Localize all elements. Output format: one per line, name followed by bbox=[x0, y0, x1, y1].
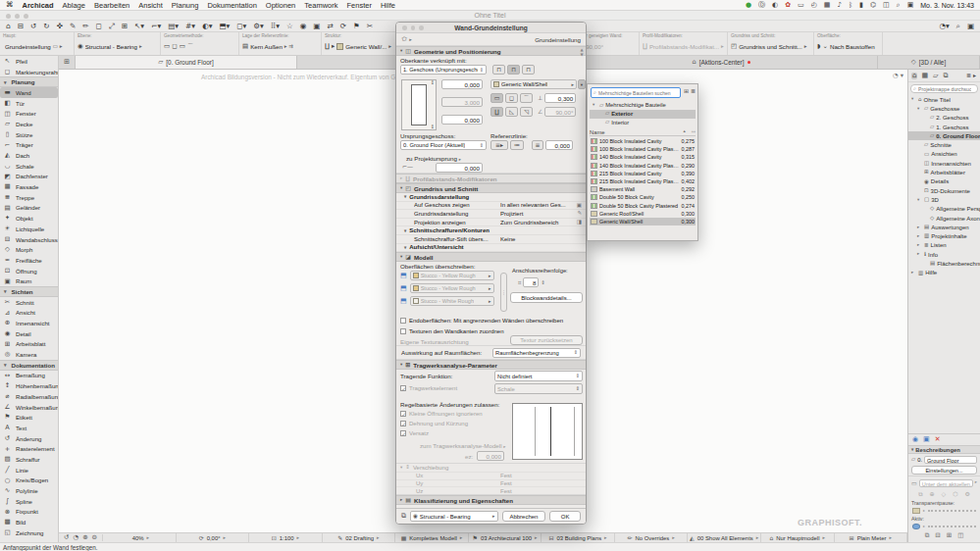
dialog-titlebar[interactable]: Wand-Grundeinstellung bbox=[396, 23, 586, 33]
refline-side-button[interactable]: ≡▸ bbox=[490, 140, 508, 150]
trace-reference-select[interactable]: Unter dem aktuellen... bbox=[919, 479, 973, 487]
composite-row[interactable]: 215 Block Insulated Cavity Plastered 0,4… bbox=[590, 177, 696, 185]
toolbox-section-views[interactable]: Sichten bbox=[0, 286, 58, 297]
composite-row[interactable]: Double 50 Block Cavity 0,250 bbox=[590, 193, 696, 201]
navigator-project-map-icon[interactable]: ⌂ bbox=[911, 73, 917, 79]
spotlight-icon[interactable]: ⌕ bbox=[897, 2, 901, 9]
ez-field[interactable]: 0,000 bbox=[477, 451, 504, 461]
siri-icon[interactable]: ▣ bbox=[907, 2, 914, 9]
trapezoid-wall-button[interactable]: ◻ bbox=[505, 93, 518, 103]
tool-window[interactable]: ◫ Fenster bbox=[0, 108, 58, 119]
pane-v-icon[interactable]: ◫ bbox=[957, 532, 963, 539]
section-model[interactable]: ▾ ◪ Modell bbox=[396, 252, 586, 262]
surface-select[interactable]: Stucco - Yellow Rough ▸ bbox=[410, 283, 494, 293]
face-cube-icon[interactable]: ⬒ bbox=[400, 273, 407, 279]
pen2-icon[interactable]: ✏ bbox=[82, 23, 88, 30]
pane-grid-icon[interactable]: ⊞ bbox=[947, 532, 952, 539]
composite-row[interactable]: 100 Block Insulated Cavity Plastered 0,2… bbox=[590, 145, 696, 153]
measure-units[interactable]: ⊞ Plain Meter ▸ bbox=[835, 533, 908, 542]
battery-icon[interactable]: ▮ bbox=[859, 2, 863, 9]
tool-worksheet[interactable]: ⊞ Arbeitsblatt bbox=[0, 339, 58, 350]
monitor-icon[interactable]: ▣ bbox=[967, 23, 974, 30]
tool-hotspot[interactable]: ⊗ Fixpunkt bbox=[0, 507, 58, 518]
composite-search[interactable]: ⌕ bbox=[591, 87, 681, 98]
props-panel-icon[interactable]: ▣ bbox=[923, 436, 930, 443]
composite-list-header[interactable]: Name ▴ ⇿ bbox=[590, 128, 696, 136]
active-color-chip[interactable] bbox=[912, 524, 920, 529]
composite-popup-toggle[interactable]: ▾ bbox=[578, 79, 586, 89]
menu-item[interactable]: Dokumentation bbox=[207, 1, 256, 10]
nav-schedules[interactable]: ▸ ▤ Auswertungen bbox=[908, 223, 980, 231]
props-eye-icon[interactable]: ◉ bbox=[912, 436, 918, 443]
plan-setting-row[interactable]: Auf Geschoss zeigen In allen relevanten … bbox=[396, 202, 586, 211]
face-cube-icon[interactable]: ⬒ bbox=[400, 298, 407, 305]
composite-row[interactable]: 100 Block Insulated Cavity 0,275 bbox=[590, 137, 696, 145]
tool-beam[interactable]: ⌐ Träger bbox=[0, 140, 58, 151]
refresh-icon[interactable]: ⟳ bbox=[340, 23, 346, 30]
element-filter[interactable]: ◭ 00 Show All Elements ▸ bbox=[688, 533, 761, 542]
fav-tree-interior[interactable]: ▱ Interior bbox=[590, 119, 696, 127]
refline-offset-icon[interactable]: ≡ bbox=[532, 140, 543, 150]
tool-grid-element[interactable]: + Rasterelement bbox=[0, 443, 58, 454]
plan-subheader-1[interactable]: Grundrissdarstellung bbox=[396, 193, 586, 202]
grid-snap-icon[interactable]: ⊞ bbox=[122, 23, 128, 30]
structure-display[interactable]: ▦ Komplettes Modell ▸ bbox=[395, 533, 469, 542]
surface-select[interactable]: Stucco - Yellow Rough ▸ bbox=[410, 271, 494, 280]
tool-text[interactable]: A Text bbox=[0, 423, 58, 433]
swap-icon[interactable]: ⇄ bbox=[327, 23, 333, 30]
tool-morph[interactable]: ◇ Morph bbox=[0, 244, 58, 255]
view-options-icon[interactable]: ◔▾ bbox=[939, 23, 949, 30]
settings-button[interactable]: Einstellungen... bbox=[911, 466, 977, 475]
wall-height-field[interactable]: 3,000 bbox=[441, 97, 483, 107]
nav-story-1[interactable]: ▱ 1. Geschoss bbox=[908, 123, 980, 131]
plan-setting-row[interactable]: Schnittschraffur-Stift übers... Keine bbox=[396, 235, 586, 244]
tool-stair[interactable]: ≣ Treppe bbox=[0, 192, 58, 203]
grid-dd-icon[interactable]: #▾ bbox=[185, 23, 195, 30]
tool-camera[interactable]: ◎ Kamera bbox=[0, 349, 58, 360]
trace-shape-icon[interactable]: ◇ bbox=[942, 491, 947, 497]
plan-subheader-2[interactable]: Schnittschraffuren/Konturen bbox=[396, 226, 586, 235]
sound-icon[interactable]: ♪ bbox=[837, 2, 841, 9]
nav-back-icon[interactable]: ↺ bbox=[64, 534, 69, 541]
releases-header[interactable]: ▾ ⇕ Verschiebung bbox=[396, 464, 586, 472]
tool-radial-dimension[interactable]: ⌀ Radialbemaßung bbox=[0, 391, 58, 402]
control-center-icon[interactable]: ◫ bbox=[883, 2, 890, 9]
nav-axonometry[interactable]: ◇ Allgemeine Axonometrie bbox=[908, 214, 980, 223]
pane-split-icon[interactable]: ⧉ bbox=[925, 532, 930, 539]
bottom-offset-field[interactable]: 0,000 bbox=[441, 115, 483, 125]
tool-lamp[interactable]: ☀ Lichtquelle bbox=[0, 224, 58, 234]
shade-dd-icon[interactable]: ◐▾ bbox=[202, 23, 212, 30]
analysis-model-link[interactable]: zum Tragwerksanalyse-Modell ▸ bbox=[420, 442, 506, 450]
list-view-icon[interactable]: ≣ bbox=[691, 88, 696, 94]
nav-info[interactable]: ▸ ℹ Info bbox=[908, 250, 980, 259]
section-classification[interactable]: ▸ ▤ Klassifizierung und Eigenschaften bbox=[396, 495, 586, 505]
plan-subheader-3[interactable]: Aufsicht/Untersicht bbox=[396, 244, 586, 253]
slanted-wall-button[interactable]: ◺ bbox=[505, 107, 518, 117]
composite-row[interactable]: Double 50 Block Cavity Plastered 0,274 bbox=[590, 202, 696, 210]
tool-arrow[interactable]: ↖ Pfeil bbox=[0, 56, 58, 67]
tool-column[interactable]: ▯ Stütze bbox=[0, 129, 58, 140]
nav-elevations[interactable]: ▭ Ansichten bbox=[908, 150, 980, 159]
active-slider-track[interactable] bbox=[928, 526, 976, 527]
fav-tree-exterior[interactable]: ▱ Exterior bbox=[590, 110, 696, 119]
surface-select[interactable]: Stucco - White Rough ▸ bbox=[410, 296, 494, 306]
composite-row[interactable]: Generic Wall/Shell 0,300 bbox=[590, 218, 696, 225]
toolbox-section-documentation[interactable]: Dokumentation bbox=[0, 360, 58, 371]
menu-item[interactable]: Planung bbox=[172, 1, 199, 10]
tool-shell[interactable]: ◡ Schale bbox=[0, 161, 58, 172]
tool-section[interactable]: ✂ Schnitt bbox=[0, 297, 58, 308]
trace-color-chip[interactable] bbox=[912, 508, 920, 514]
menu-item[interactable]: Ansicht bbox=[138, 1, 163, 10]
menu-item[interactable]: Optionen bbox=[266, 1, 295, 10]
graphic-overrides[interactable]: ✏ No Overrides ▸ bbox=[615, 533, 689, 542]
tool-spline[interactable]: ∫ Spline bbox=[0, 496, 58, 507]
eye-icon[interactable]: ◉ bbox=[300, 23, 307, 30]
trim-icon[interactable]: ✂ bbox=[367, 23, 373, 30]
nav-story-0[interactable]: ▱ 0. Ground Floor bbox=[908, 131, 980, 140]
move-icon[interactable]: ✜ bbox=[57, 23, 63, 30]
rule-checkbox[interactable]: Versatz bbox=[400, 430, 483, 436]
trace-poly-icon[interactable]: ⬡ bbox=[953, 491, 957, 497]
story-name-field[interactable]: Ground Floor bbox=[924, 456, 977, 464]
nav-story-2[interactable]: ▱ 2. Geschoss bbox=[908, 114, 980, 123]
release-row[interactable]: Uy Fest bbox=[396, 479, 586, 487]
